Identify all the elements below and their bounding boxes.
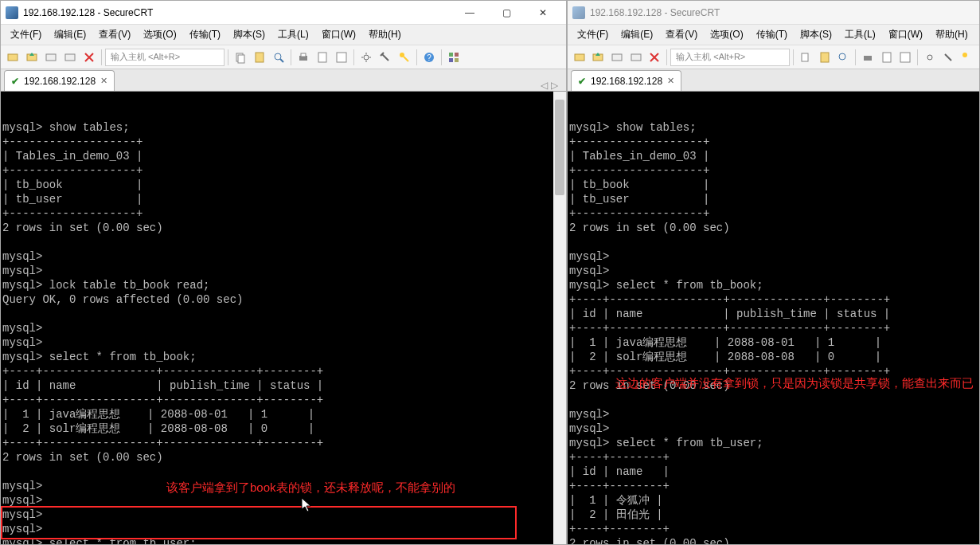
reconnect-icon[interactable] xyxy=(608,49,626,66)
connect-icon[interactable] xyxy=(571,49,588,66)
menu-script[interactable]: 脚本(S) xyxy=(227,25,271,44)
menu-file[interactable]: 文件(F) xyxy=(571,25,615,44)
terminal[interactable]: mysql> show tables; +-------------------… xyxy=(1,92,566,544)
session-icon[interactable] xyxy=(333,49,350,66)
svg-rect-16 xyxy=(449,53,453,57)
svg-rect-27 xyxy=(864,56,872,61)
menu-window[interactable]: 窗口(W) xyxy=(882,25,929,44)
copy-icon[interactable] xyxy=(797,49,814,66)
svg-rect-5 xyxy=(238,55,244,63)
quick-connect-icon[interactable] xyxy=(23,49,41,66)
menu-transfer[interactable]: 传输(T) xyxy=(183,25,227,44)
menu-tools[interactable]: 工具(L) xyxy=(838,25,882,44)
svg-rect-20 xyxy=(575,54,584,61)
menubar: 文件(F) 编辑(E) 查看(V) 选项(O) 传输(T) 脚本(S) 工具(L… xyxy=(568,25,979,45)
svg-rect-0 xyxy=(8,54,18,61)
svg-rect-2 xyxy=(46,54,56,61)
quick-connect-icon[interactable] xyxy=(590,49,607,66)
copy-icon[interactable] xyxy=(232,49,249,66)
titlebar[interactable]: 192.168.192.128 - SecureCRT xyxy=(568,1,979,25)
toolbar: 输入主机 <Alt+R> ? xyxy=(1,45,566,69)
minimize-button[interactable]: — xyxy=(451,2,488,24)
menu-view[interactable]: 查看(V) xyxy=(92,25,137,44)
reconnect-icon[interactable] xyxy=(42,49,60,66)
titlebar[interactable]: 192.168.192.128 - SecureCRT — ▢ ✕ xyxy=(1,1,566,25)
menu-edit[interactable]: 编辑(E) xyxy=(48,25,92,44)
connected-icon: ✔ xyxy=(11,76,19,87)
cancel-icon[interactable] xyxy=(646,49,664,66)
svg-rect-29 xyxy=(900,53,910,62)
menu-help[interactable]: 帮助(H) xyxy=(362,25,408,44)
find-icon[interactable] xyxy=(270,49,287,66)
session-icon[interactable] xyxy=(896,49,914,66)
terminal-content: mysql> show tables; +-------------------… xyxy=(2,120,564,544)
paste-icon[interactable] xyxy=(251,49,268,66)
connected-icon: ✔ xyxy=(578,76,586,87)
tab-close-icon[interactable]: ✕ xyxy=(667,76,674,86)
menu-tools[interactable]: 工具(L) xyxy=(271,25,315,44)
securecrt-window-left: 192.168.192.128 - SecureCRT — ▢ ✕ 文件(F) … xyxy=(0,0,567,545)
settings-icon[interactable] xyxy=(357,49,375,66)
svg-point-26 xyxy=(839,53,845,60)
tab-label: 192.168.192.128 xyxy=(591,76,662,87)
svg-rect-17 xyxy=(455,53,459,57)
tools-icon[interactable] xyxy=(377,49,394,66)
maximize-button[interactable]: ▢ xyxy=(488,2,525,24)
key-icon[interactable] xyxy=(959,49,976,66)
terminal[interactable]: mysql> show tables; +-------------------… xyxy=(568,92,979,544)
svg-rect-9 xyxy=(301,53,306,57)
app-icon xyxy=(572,6,585,19)
tabbar: ✔ 192.168.192.128 ✕ ◁ ▷ xyxy=(1,69,566,92)
menu-options[interactable]: 选项(O) xyxy=(704,25,749,44)
scrollbar[interactable] xyxy=(553,92,566,544)
scrollbar-thumb[interactable] xyxy=(555,100,564,195)
tab-nav: ◁ ▷ xyxy=(541,80,563,91)
close-button[interactable]: ✕ xyxy=(525,2,561,24)
log-icon[interactable] xyxy=(314,49,331,66)
disconnect-icon[interactable] xyxy=(61,49,79,66)
menu-window[interactable]: 窗口(W) xyxy=(315,25,362,44)
log-icon[interactable] xyxy=(878,49,896,66)
svg-text:?: ? xyxy=(427,53,431,62)
session-tab[interactable]: ✔ 192.168.192.128 ✕ xyxy=(571,70,681,91)
svg-rect-18 xyxy=(449,58,453,62)
menu-script[interactable]: 脚本(S) xyxy=(794,25,838,44)
menu-edit[interactable]: 编辑(E) xyxy=(615,25,659,44)
tab-prev-icon[interactable]: ◁ xyxy=(541,80,548,91)
manager-icon[interactable] xyxy=(445,49,463,66)
host-input[interactable]: 输入主机 <Alt+R> xyxy=(670,49,790,66)
svg-rect-24 xyxy=(802,53,808,61)
svg-rect-3 xyxy=(65,54,75,61)
tab-close-icon[interactable]: ✕ xyxy=(100,76,107,86)
print-icon[interactable] xyxy=(859,49,877,66)
securecrt-window-right: 192.168.192.128 - SecureCRT 文件(F) 编辑(E) … xyxy=(567,0,980,545)
menu-view[interactable]: 查看(V) xyxy=(659,25,704,44)
tools-icon[interactable] xyxy=(940,49,958,66)
tabbar: ✔ 192.168.192.128 ✕ xyxy=(568,69,979,92)
connect-icon[interactable] xyxy=(4,49,21,66)
menu-file[interactable]: 文件(F) xyxy=(4,25,48,44)
host-input[interactable]: 输入主机 <Alt+R> xyxy=(105,49,225,66)
paste-icon[interactable] xyxy=(816,49,834,66)
disconnect-icon[interactable] xyxy=(627,49,645,66)
menu-help[interactable]: 帮助(H) xyxy=(929,25,974,44)
svg-point-12 xyxy=(364,55,369,60)
window-title: 192.168.192.128 - SecureCRT xyxy=(23,7,451,18)
menubar: 文件(F) 编辑(E) 查看(V) 选项(O) 传输(T) 脚本(S) 工具(L… xyxy=(1,25,566,45)
find-icon[interactable] xyxy=(834,49,852,66)
key-icon[interactable] xyxy=(396,49,413,66)
help-icon[interactable]: ? xyxy=(420,49,438,66)
tab-next-icon[interactable]: ▷ xyxy=(551,80,558,91)
print-icon[interactable] xyxy=(295,49,312,66)
window-title: 192.168.192.128 - SecureCRT xyxy=(590,7,974,18)
cancel-icon[interactable] xyxy=(80,49,98,66)
svg-rect-19 xyxy=(455,58,459,62)
session-tab[interactable]: ✔ 192.168.192.128 ✕ xyxy=(4,70,115,91)
menu-options[interactable]: 选项(O) xyxy=(137,25,182,44)
svg-rect-25 xyxy=(821,53,829,62)
svg-rect-28 xyxy=(883,53,891,62)
settings-icon[interactable] xyxy=(921,49,939,66)
toolbar: 输入主机 <Alt+R> xyxy=(568,45,979,69)
menu-transfer[interactable]: 传输(T) xyxy=(750,25,794,44)
svg-point-30 xyxy=(927,55,932,60)
